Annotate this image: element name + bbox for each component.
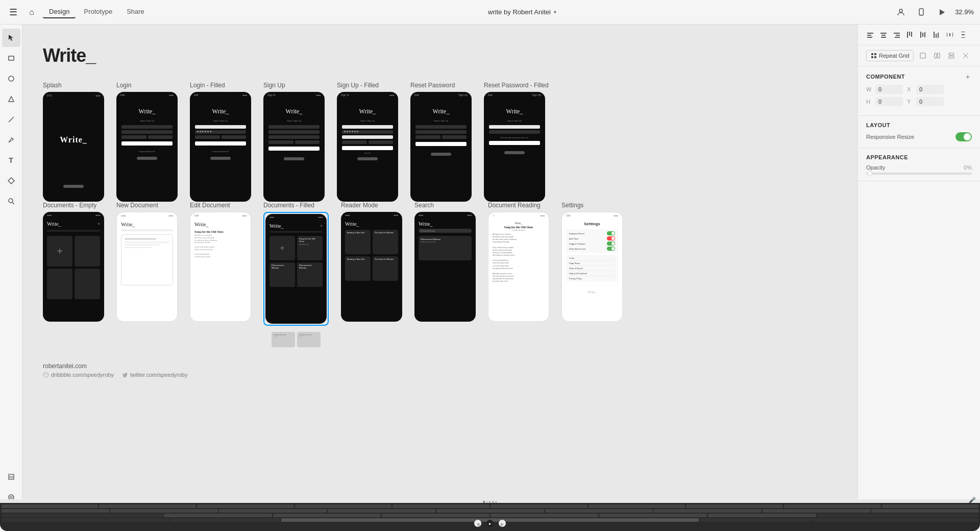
project-title: write by Robert Anitei [488,8,551,16]
layout-header: LAYOUT [866,122,972,128]
component-title: COMPONENT [866,74,905,80]
screen-login[interactable]: Edit ●●● Write_ Sign In Sign Up For [116,92,178,202]
tool-select[interactable] [2,29,20,47]
tool-search[interactable] [2,192,20,210]
tool-layers[interactable] [2,468,20,486]
screen-docs-filled-selected[interactable]: ●●● ●●● Write_ + + [263,212,329,326]
screen-new-doc[interactable]: ●●● ●●● Write_ [116,212,178,322]
svg-rect-35 [936,34,937,38]
screen-item-edit-doc: Edit Document Edit ●●● Write_ Song for t… [190,202,251,322]
svg-point-16 [10,496,12,498]
svg-rect-36 [938,33,939,38]
screen-splash[interactable]: 9:41 ●●● Write_ [43,92,104,202]
y-label: Y [907,99,914,105]
panel-icon-4[interactable] [960,50,972,62]
responsive-resize-toggle[interactable] [955,132,972,141]
title-dropdown-icon[interactable]: ▾ [554,9,556,15]
align-top-btn[interactable] [904,29,916,41]
screen-settings[interactable]: Edit ●●● Settings Keyboard Sound A [561,212,623,322]
height-field: H [866,97,903,106]
svg-point-0 [899,9,902,12]
tool-text[interactable]: T [2,151,20,170]
layout-title: LAYOUT [866,122,890,128]
screen-signup-filled[interactable]: Sign In ●●● Write_ Sign In Sign Up [337,92,398,202]
screen-edit-doc[interactable]: Edit ●●● Write_ Song for the Old Ones My… [190,212,251,322]
screen-item-new-doc: New Document ●●● ●●● Write_ [116,202,178,322]
screen-search[interactable]: ●●● ●●● Write_ Phenomenal Phenomenal Wom… [414,212,476,322]
screen-reader[interactable]: ●●● ●●● Write_ Basking in New York ... [341,212,402,322]
screen-reset-filled[interactable]: Edit Sign Up Write_ Sign In Sign Up An e… [484,92,545,202]
dimensions-hy-row: H Y [866,97,972,106]
svg-rect-12 [9,474,14,479]
height-input[interactable] [875,97,903,106]
y-input[interactable] [916,97,944,106]
responsive-resize-row: Responsive Resize [866,132,972,141]
tab-design[interactable]: Design [43,6,76,18]
svg-rect-23 [881,35,886,36]
repeat-grid-btn[interactable]: Repeat Grid [866,50,914,61]
tab-share[interactable]: Share [120,6,151,18]
align-right-btn[interactable] [891,29,903,41]
x-field: X [907,85,944,94]
tool-component[interactable] [2,172,20,190]
svg-rect-39 [952,33,953,37]
profile-btn[interactable] [894,5,908,19]
align-center-h-btn[interactable] [877,29,890,41]
menu-icon[interactable]: ☰ [6,5,20,19]
dimensions-container: W X H Y [866,85,972,106]
topbar: ☰ ⌂ Design Prototype Share write by Robe… [0,0,980,25]
tool-pen[interactable] [2,131,20,149]
screen-doc-reading[interactable]: ◁ ●●● Write_ Song for the Old Ones by Ma… [488,212,549,322]
svg-rect-51 [949,56,954,58]
panel-icon-1[interactable] [917,50,929,62]
opacity-slider[interactable] [866,173,972,175]
tab-prototype[interactable]: Prototype [78,6,118,18]
play-btn[interactable] [935,5,949,19]
svg-point-6 [9,76,14,81]
screen-item-settings: Settings Edit ●●● Settings Keyboard Soun… [561,202,623,322]
align-left-btn[interactable] [864,29,876,41]
svg-rect-42 [961,37,965,38]
panel-icon-2[interactable] [931,50,943,62]
distribute-h-btn[interactable] [944,29,956,41]
screen-label-reset: Reset Password [410,82,472,89]
home-icon[interactable]: ⌂ [24,5,39,19]
appearance-title: APPEARANCE [866,154,908,160]
svg-rect-20 [867,35,871,36]
tool-circle[interactable] [2,69,20,88]
screen-row-1: Splash 9:41 ●●● Write_ Login [43,82,837,202]
screen-docs-empty[interactable]: ●●● ●●● Write_ + + [43,212,104,322]
screen-reset[interactable]: Edit Sign Up Write_ Sign In Sign Up [410,92,472,202]
svg-rect-33 [924,32,925,37]
screen-label-reader: Reader Mode [341,202,402,209]
left-sidebar: T [0,25,22,531]
x-input[interactable] [916,85,944,94]
svg-rect-49 [938,53,940,58]
align-center-v-btn[interactable] [917,29,929,41]
screen-login-filled[interactable]: Edit ●●● Write_ Sign In Sign Up [190,92,251,202]
tool-line[interactable] [2,110,20,129]
component-add-btn[interactable]: + [964,73,972,81]
svg-rect-21 [867,37,872,38]
distribute-v-btn[interactable] [957,29,969,41]
opacity-header: Opacity 0% [866,164,972,171]
tool-triangle[interactable] [2,90,20,108]
device-preview-btn[interactable] [914,5,928,19]
width-input[interactable] [875,85,903,94]
svg-line-9 [12,138,13,139]
svg-rect-32 [922,33,923,37]
canvas[interactable]: Write_ Splash 9:41 ●●● Write_ [22,25,857,531]
screen-signup[interactable]: Sign In ●●● Write_ Sign In Sign Up [263,92,325,202]
svg-rect-48 [935,53,937,58]
topbar-right: 32.9% [894,5,974,19]
svg-rect-31 [920,32,921,38]
tool-rectangle[interactable] [2,49,20,67]
panel-icon-3[interactable] [945,50,958,62]
align-bottom-btn[interactable] [930,29,943,41]
zoom-level[interactable]: 32.9% [955,8,974,16]
appearance-section: APPEARANCE Opacity 0% [858,148,980,181]
layout-section: LAYOUT Responsive Resize [858,116,980,148]
screen-item-reset-filled: Reset Password - Filled Edit Sign Up Wri… [484,82,549,202]
opacity-thumb[interactable] [867,171,872,176]
appearance-header: APPEARANCE [866,154,972,160]
